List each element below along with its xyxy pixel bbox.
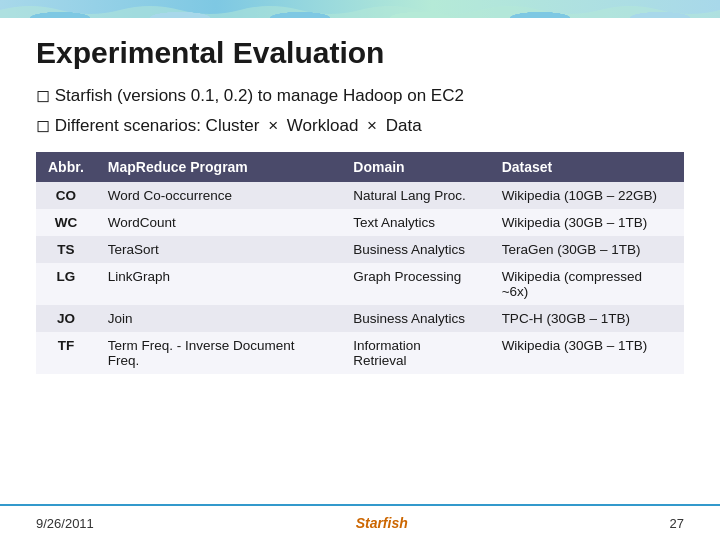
cell-abbr: LG xyxy=(36,263,96,305)
bullet-1-prefix: ◻ xyxy=(36,86,50,105)
svg-rect-0 xyxy=(0,0,720,18)
col-domain: Domain xyxy=(341,152,489,182)
bullet-2-workload: Workload xyxy=(287,116,363,135)
footer-date: 9/26/2011 xyxy=(36,516,94,531)
cell-domain: Text Analytics xyxy=(341,209,489,236)
cell-program: Term Freq. - Inverse Document Freq. xyxy=(96,332,342,374)
slide-content: Experimental Evaluation ◻ Starfish (vers… xyxy=(0,18,720,384)
cell-dataset: Wikipedia (10GB – 22GB) xyxy=(490,182,684,209)
slide-title: Experimental Evaluation xyxy=(36,36,684,70)
cell-domain: Business Analytics xyxy=(341,236,489,263)
bullet-2-text-before: Different scenarios: Cluster xyxy=(55,116,264,135)
scenarios-table: Abbr. MapReduce Program Domain Dataset C… xyxy=(36,152,684,374)
cell-dataset: TeraGen (30GB – 1TB) xyxy=(490,236,684,263)
cell-abbr: TS xyxy=(36,236,96,263)
bullet-2: ◻ Different scenarios: Cluster × Workloa… xyxy=(36,114,684,138)
cell-program: TeraSort xyxy=(96,236,342,263)
cell-dataset: TPC-H (30GB – 1TB) xyxy=(490,305,684,332)
bullet-1-text: Starfish (versions 0.1, 0.2) to manage H… xyxy=(55,86,464,105)
cell-domain: Graph Processing xyxy=(341,263,489,305)
cell-program: Word Co-occurrence xyxy=(96,182,342,209)
table-row: JOJoinBusiness AnalyticsTPC-H (30GB – 1T… xyxy=(36,305,684,332)
cell-dataset: Wikipedia (30GB – 1TB) xyxy=(490,332,684,374)
table-header-row: Abbr. MapReduce Program Domain Dataset xyxy=(36,152,684,182)
cell-program: LinkGraph xyxy=(96,263,342,305)
col-program: MapReduce Program xyxy=(96,152,342,182)
footer-brand: Starfish xyxy=(356,515,408,531)
table-row: LGLinkGraphGraph ProcessingWikipedia (co… xyxy=(36,263,684,305)
cell-program: Join xyxy=(96,305,342,332)
cell-dataset: Wikipedia (compressed ~6x) xyxy=(490,263,684,305)
cell-domain: Information Retrieval xyxy=(341,332,489,374)
table-row: COWord Co-occurrenceNatural Lang Proc.Wi… xyxy=(36,182,684,209)
slide: Experimental Evaluation ◻ Starfish (vers… xyxy=(0,0,720,540)
footer: 9/26/2011 Starfish 27 xyxy=(0,504,720,540)
table-row: TSTeraSortBusiness AnalyticsTeraGen (30G… xyxy=(36,236,684,263)
cell-abbr: WC xyxy=(36,209,96,236)
table-row: TFTerm Freq. - Inverse Document Freq.Inf… xyxy=(36,332,684,374)
cell-domain: Business Analytics xyxy=(341,305,489,332)
col-abbr: Abbr. xyxy=(36,152,96,182)
table-body: COWord Co-occurrenceNatural Lang Proc.Wi… xyxy=(36,182,684,374)
bullet-2-data: Data xyxy=(386,116,422,135)
bullet-2-times1: × xyxy=(268,116,278,135)
bullet-2-prefix: ◻ xyxy=(36,116,50,135)
cell-domain: Natural Lang Proc. xyxy=(341,182,489,209)
cell-abbr: JO xyxy=(36,305,96,332)
col-dataset: Dataset xyxy=(490,152,684,182)
cell-program: WordCount xyxy=(96,209,342,236)
footer-page: 27 xyxy=(670,516,684,531)
bullet-1: ◻ Starfish (versions 0.1, 0.2) to manage… xyxy=(36,84,684,108)
cell-abbr: CO xyxy=(36,182,96,209)
top-decoration xyxy=(0,0,720,18)
wavy-svg xyxy=(0,0,720,18)
table-header: Abbr. MapReduce Program Domain Dataset xyxy=(36,152,684,182)
bullet-2-times2: × xyxy=(367,116,377,135)
cell-dataset: Wikipedia (30GB – 1TB) xyxy=(490,209,684,236)
table-row: WCWordCountText AnalyticsWikipedia (30GB… xyxy=(36,209,684,236)
cell-abbr: TF xyxy=(36,332,96,374)
